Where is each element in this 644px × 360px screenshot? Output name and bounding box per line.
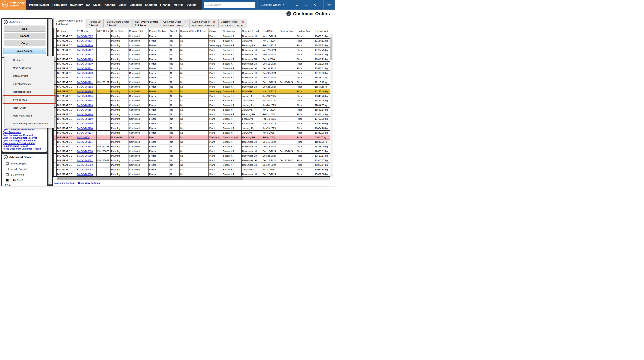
column-header-requires-china-release[interactable]: Requires China Release bbox=[180, 28, 209, 34]
table-row[interactable]: BIG MEAT COBMCO-265121PlanningConfirmedF… bbox=[54, 140, 330, 145]
table-row[interactable]: BIG MEAT COBMCO-265129PlanningConfirmedF… bbox=[54, 57, 330, 62]
horizontal-scrollbar[interactable]: ‹ bbox=[53, 177, 330, 180]
checkbox-is-converted[interactable]: Is Converted bbox=[6, 173, 47, 176]
table-row[interactable]: BIG MEAT COBMCO-266182PlanningConfirmedF… bbox=[54, 85, 330, 89]
table-row[interactable]: BIG MEAT COBMCO-265130PlanningConfirmedF… bbox=[54, 62, 330, 66]
po-number-link[interactable]: BMCO-266183 bbox=[77, 90, 92, 93]
menu-item-request-booking[interactable]: Request Booking bbox=[4, 88, 54, 96]
menu-item-production[interactable]: Production bbox=[52, 3, 67, 6]
table-row[interactable]: BIG MEAT COBMCO-262327PlanningConfirmedF… bbox=[54, 34, 330, 38]
collapse-panel-icon[interactable]: ∧ bbox=[4, 20, 8, 24]
table-row[interactable]: BIG MEAT COBMCO-266185PlanningConfirmedF… bbox=[54, 98, 330, 103]
po-number-link[interactable]: BMCO-265082 bbox=[77, 164, 92, 166]
table-row[interactable]: BIG MEAT COBMCO-265131PlanningConfirmedF… bbox=[54, 66, 330, 71]
tab-customer-orders-search-294-found[interactable]: Customer Orders Search294 Found bbox=[53, 18, 86, 28]
scroll-down-icon[interactable]: ∨ bbox=[49, 181, 52, 183]
po-number-link[interactable]: BMCO-265123 bbox=[77, 131, 92, 134]
po-number-link[interactable]: BMCO-265125 bbox=[77, 39, 92, 42]
menu-item-planning[interactable]: Planning bbox=[104, 3, 116, 6]
column-header-loading-type[interactable]: Loading Type bbox=[296, 28, 314, 34]
menu-item-qa[interactable]: QA bbox=[86, 3, 90, 6]
cancel-button[interactable]: Cancel bbox=[4, 33, 46, 39]
scroll-up-icon[interactable]: ∧ bbox=[49, 19, 52, 21]
menu-item-system[interactable]: System bbox=[187, 3, 196, 6]
menu-item-edit-attachments[interactable]: Edit Attachments bbox=[4, 80, 54, 88]
po-number-link[interactable]: BMCO-265126 bbox=[77, 44, 92, 47]
sales-actions-dropdown-button[interactable]: Sales Actions ▼ bbox=[3, 48, 46, 54]
po-number-link[interactable]: BMCO-265133 bbox=[77, 72, 92, 74]
po-number-link[interactable]: BMCO-262327 bbox=[77, 35, 92, 37]
column-header-product-cooling[interactable]: Product Cooling bbox=[148, 28, 170, 34]
menu-item-reset-order[interactable]: Reset Order bbox=[4, 104, 54, 112]
po-number-link[interactable]: BMCO-265084 bbox=[77, 173, 92, 176]
table-row[interactable]: BIG MEAT COBMCO-266188PlanningConfirmedF… bbox=[54, 112, 330, 117]
po-number-link[interactable]: BMCO-266186 bbox=[77, 104, 92, 107]
po-number-link[interactable]: BMCO-266189 bbox=[77, 118, 92, 120]
menu-item-mark-not-shipped[interactable]: Mark Not Shipped bbox=[4, 112, 54, 120]
table-row[interactable]: BIG MEAT COBMCO-265133PlanningConfirmedF… bbox=[54, 71, 330, 75]
menu-item-sync-to-mes[interactable]: Sync To MES bbox=[4, 96, 54, 104]
table-row[interactable]: BIG MEAT COBMCO-265082PlanningConfirmedF… bbox=[54, 163, 330, 168]
checkbox-box[interactable] bbox=[6, 179, 8, 181]
horizontal-scrollbar-thumb[interactable] bbox=[57, 177, 243, 180]
table-row[interactable]: BIG MEAT COBMCO-265127PlanningConfirmedF… bbox=[54, 48, 330, 52]
column-header-shipping-period[interactable]: Shipping Period bbox=[242, 28, 262, 34]
menu-item-product-master[interactable]: Product Master bbox=[29, 3, 49, 6]
tab-close-icon[interactable]: ✕ bbox=[242, 20, 244, 24]
po-number-link[interactable]: BMCO-265080 bbox=[77, 155, 92, 157]
menu-item-remove-requires-china-release[interactable]: Remove Requires China Release bbox=[4, 120, 54, 128]
po-number-link[interactable]: BMCO-265124 bbox=[77, 127, 92, 130]
link-open-not-shipped-on-schedule[interactable]: Open Not Shipped on Schedule bbox=[2, 139, 46, 142]
column-header-customer[interactable]: Customer bbox=[56, 28, 76, 34]
menu-item-shipping[interactable]: Shipping bbox=[145, 3, 157, 6]
screen-selector-dropdown[interactable]: Customer Orders ▼ bbox=[258, 3, 288, 6]
menu-item-logistics[interactable]: Logistics bbox=[130, 3, 142, 6]
menu-item-metrics[interactable]: Metrics bbox=[174, 3, 184, 6]
add-button[interactable]: Add bbox=[4, 25, 46, 32]
checkbox-box[interactable] bbox=[6, 162, 8, 165]
table-row[interactable]: BIG MEAT COBMCO-265126PlanningConfirmedF… bbox=[54, 43, 330, 48]
table-row[interactable]: BIG MEAT COBMCO-265124PlanningConfirmedF… bbox=[54, 126, 330, 131]
scroll-up-icon[interactable]: ∧ bbox=[330, 34, 333, 36]
link-open-pre-payment-received[interactable]: Open Pre-payment Received bbox=[2, 134, 46, 137]
po-number-link[interactable]: BMCO-266184 bbox=[77, 95, 92, 97]
checkbox-include-shipped[interactable]: Include Shipped bbox=[6, 162, 47, 165]
vertical-scrollbar-thumb[interactable] bbox=[330, 37, 332, 60]
link-needs-docs-from-customer-frozen[interactable]: Needs Docs from Customer (Frozen) bbox=[2, 147, 46, 150]
favorite-star-icon[interactable]: ☆ bbox=[324, 2, 334, 7]
checkbox-include-cancelled[interactable]: Include Cancelled bbox=[6, 168, 47, 171]
brand-logo[interactable]: CUTLOGIX CLTEST bbox=[0, 0, 26, 9]
back-arrow-icon[interactable]: ← bbox=[295, 2, 299, 7]
po-number-link[interactable]: BMCO-266188 bbox=[77, 113, 92, 116]
po-number-link[interactable]: BMCO-265121 bbox=[77, 141, 92, 143]
checkbox-box[interactable] bbox=[6, 173, 8, 176]
link-open-pre-payment-not-received[interactable]: Open Pre-payment Not Received bbox=[2, 137, 46, 139]
table-row[interactable]: BIG MEAT COBMCO-266186PlanningConfirmedF… bbox=[54, 103, 330, 108]
tab-close-icon[interactable]: ✕ bbox=[213, 20, 215, 24]
table-row[interactable]: BIG MEAT COBMCO-262333INN262333PlanningC… bbox=[54, 144, 330, 149]
table-row[interactable]: BIG MEAT COBMCO-265125PlanningConfirmedF… bbox=[54, 38, 330, 43]
tab-customer-order-po-bmc-00234[interactable]: Customer Order✕PO # BMC-00234 bbox=[161, 19, 189, 28]
table-row[interactable]: BIG MEAT COBMCO-266183PlanningConfirmedF… bbox=[54, 89, 330, 94]
menu-item-labor[interactable]: Labor bbox=[119, 3, 126, 6]
forward-arrow-icon[interactable]: → bbox=[304, 2, 308, 7]
table-row[interactable]: BIG MEAT COBMCO-266187PlanningConfirmedF… bbox=[54, 108, 330, 112]
tab-customer-order-po-bmco-266183[interactable]: Customer Order✕PO # BMCO-266183 bbox=[218, 19, 247, 28]
collapse-panel-icon[interactable]: ∧ bbox=[4, 155, 8, 159]
table-row[interactable]: BIG MEAT COBMCO-265134PlanningConfirmedF… bbox=[54, 75, 330, 80]
column-header-est-net-wei[interactable]: Est. Net Wei bbox=[314, 28, 330, 34]
tab-close-icon[interactable]: ✕ bbox=[184, 20, 186, 24]
scroll-left-icon[interactable]: ‹ bbox=[53, 177, 57, 180]
checkbox-box[interactable] bbox=[6, 168, 8, 171]
tab-parking-lot-0-found[interactable]: Parking Lot0 Found bbox=[86, 19, 104, 28]
column-header-delivery-date[interactable]: Delivery Date bbox=[279, 28, 296, 34]
table-row[interactable]: BIG MEAT COBMCO-265123PlanningConfirmedF… bbox=[54, 130, 330, 135]
table-row[interactable]: BIG MEAT COBMCO-266189PlanningConfirmedF… bbox=[54, 117, 330, 121]
tab-customer-order-po-bmco-265126[interactable]: Customer Order✕PO # BMCO-265126 bbox=[190, 19, 218, 28]
po-number-link[interactable]: BMCO-265078 bbox=[77, 150, 92, 153]
po-number-link[interactable]: BMCO-265127 bbox=[77, 49, 92, 51]
go-to-screen-input[interactable] bbox=[204, 2, 256, 8]
link-open-transloads[interactable]: Open Transloads bbox=[2, 131, 46, 134]
menu-item-update-pricing[interactable]: Update Pricing bbox=[4, 72, 54, 80]
clear-view-settings-link[interactable]: Clear View Settings bbox=[78, 182, 100, 184]
